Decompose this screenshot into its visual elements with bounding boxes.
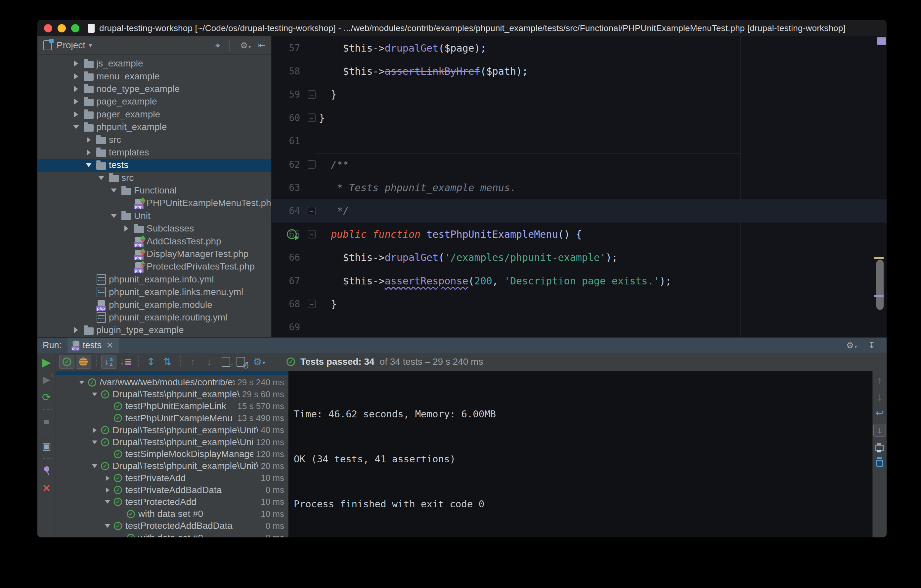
- test-tree-row[interactable]: ✓Drupal\Tests\phpunit_example\Unit\Displ…: [56, 436, 288, 448]
- rerun-tests-button[interactable]: ▶: [39, 356, 54, 369]
- gear-icon[interactable]: ⚙▾: [240, 41, 251, 50]
- run-test-gutter-icon[interactable]: [287, 229, 297, 239]
- project-tree-row[interactable]: node_type_example: [37, 83, 271, 95]
- test-history-button[interactable]: ◷▾: [235, 355, 250, 369]
- fold-marker-icon[interactable]: −: [308, 90, 316, 99]
- project-tree-row[interactable]: Subclasses: [37, 222, 271, 235]
- chevron-expanded-icon[interactable]: [96, 176, 107, 180]
- previous-failed-test-button[interactable]: ↑: [185, 355, 200, 369]
- project-tree-row[interactable]: Unit: [37, 210, 271, 222]
- stop-button[interactable]: ■: [39, 415, 54, 428]
- editor-line[interactable]: 58 $this->assertLinkByHref($path);: [272, 60, 887, 83]
- project-tree-row[interactable]: page_example: [37, 95, 271, 108]
- hide-run-panel-icon[interactable]: ↧: [868, 341, 875, 349]
- chevron-collapsed-icon[interactable]: [103, 487, 112, 493]
- project-tree-row[interactable]: PHPUnitExampleMenuTest.php: [37, 197, 271, 210]
- info-stripe-mark[interactable]: [874, 295, 884, 297]
- chevron-expanded-icon[interactable]: [70, 125, 82, 129]
- soft-wrap-button[interactable]: ↩: [875, 408, 884, 418]
- editor-line[interactable]: 68− }: [272, 292, 887, 315]
- project-tree-row[interactable]: phpunit_example.module: [37, 298, 271, 311]
- test-tree-row[interactable]: ✓testPrivateAddBadData0 ms: [56, 484, 288, 496]
- fold-marker-icon[interactable]: −: [308, 300, 316, 308]
- chevron-expanded-icon[interactable]: [108, 214, 119, 218]
- editor-line[interactable]: 69: [272, 316, 887, 337]
- show-ignored-toggle[interactable]: [76, 355, 91, 369]
- test-tree-row[interactable]: ✓testProtectedAdd10 ms: [56, 496, 288, 508]
- rerun-failed-button[interactable]: ▶!: [39, 373, 54, 386]
- scroll-up-button[interactable]: ↑: [877, 375, 882, 386]
- project-tree-row[interactable]: AddClassTest.php: [37, 235, 271, 247]
- import-test-results-button[interactable]: ↑: [218, 355, 234, 369]
- editor-line[interactable]: 61: [272, 130, 887, 153]
- chevron-collapsed-icon[interactable]: [70, 99, 82, 104]
- chevron-collapsed-icon[interactable]: [103, 476, 112, 481]
- project-tree-row[interactable]: src: [37, 172, 271, 184]
- chevron-collapsed-icon[interactable]: [70, 112, 82, 117]
- locate-file-icon[interactable]: ⌖: [215, 41, 220, 50]
- test-tree-row[interactable]: ✓Drupal\Tests\phpunit_example\Functional…: [56, 388, 288, 400]
- run-tab-tests[interactable]: ✓ tests ✕: [67, 338, 119, 353]
- inspection-status-square[interactable]: [877, 37, 886, 45]
- editor-line[interactable]: 67 $this->assertResponse(200, 'Descripti…: [272, 269, 887, 292]
- fold-marker-icon[interactable]: −: [308, 230, 316, 239]
- sort-alphabetically-toggle[interactable]: ↓az: [101, 355, 116, 369]
- test-tree-row[interactable]: ✓testProtectedAddBadData0 ms: [56, 520, 288, 532]
- chevron-collapsed-icon[interactable]: [70, 60, 82, 67]
- collapse-all-button[interactable]: ⇅: [160, 355, 175, 369]
- project-tree-row[interactable]: tests: [37, 159, 271, 171]
- expand-all-button[interactable]: ⇕: [143, 355, 158, 369]
- test-tree-row[interactable]: ✓/var/www/web/modules/contrib/examples29…: [56, 376, 288, 388]
- chevron-expanded-icon[interactable]: [89, 464, 99, 468]
- chevron-collapsed-icon[interactable]: [89, 427, 99, 433]
- chevron-expanded-icon[interactable]: [89, 440, 99, 444]
- test-tree-row[interactable]: ✓Drupal\Tests\phpunit_example\Unit\Prote…: [56, 460, 288, 472]
- project-tree-row[interactable]: templates: [37, 146, 271, 159]
- test-tree-row[interactable]: ✓testPhpUnitExampleMenu13 s 490 ms: [56, 413, 288, 424]
- project-tree-row[interactable]: pager_example: [37, 108, 271, 121]
- editor-line[interactable]: 64− */: [272, 200, 887, 223]
- fold-marker-icon[interactable]: −: [308, 114, 316, 122]
- editor-line[interactable]: 59− }: [272, 83, 887, 106]
- selected-row-partial[interactable]: [56, 371, 288, 375]
- project-tree-row[interactable]: plugin_type_example: [37, 324, 271, 336]
- chevron-collapsed-icon[interactable]: [83, 149, 94, 156]
- fold-marker-icon[interactable]: −: [308, 160, 316, 169]
- pin-tab-button[interactable]: [39, 464, 54, 477]
- scroll-down-button[interactable]: ↓: [877, 391, 882, 402]
- print-button[interactable]: [875, 442, 884, 451]
- test-tree-row[interactable]: ✓testPrivateAdd10 ms: [56, 472, 288, 484]
- chevron-collapsed-icon[interactable]: [70, 327, 82, 333]
- test-tree-row[interactable]: ✓Drupal\Tests\phpunit_example\Unit\AddCl…: [56, 424, 288, 436]
- project-tree-row[interactable]: phpunit_example.links.menu.yml: [37, 286, 271, 298]
- editor-line[interactable]: 66 $this->drupalGet('/examples/phpunit-e…: [272, 246, 887, 269]
- scroll-to-end-button[interactable]: ↓: [873, 424, 886, 437]
- editor-line[interactable]: 63 * Tests phpunit_example menus.: [272, 176, 887, 199]
- editor-line[interactable]: 60−}: [272, 106, 887, 129]
- project-tree-row[interactable]: js_example: [37, 57, 271, 70]
- chevron-down-icon[interactable]: ▾: [89, 41, 92, 49]
- chevron-collapsed-icon[interactable]: [83, 137, 94, 143]
- code-editor[interactable]: 57 $this->drupalGet($page);58 $this->ass…: [272, 36, 887, 337]
- zoom-window-button[interactable]: [71, 24, 80, 32]
- editor-line[interactable]: 62− /**: [272, 153, 887, 176]
- sort-by-duration-button[interactable]: ↓: [118, 355, 133, 369]
- show-passed-toggle[interactable]: ✓: [59, 355, 75, 369]
- chevron-expanded-icon[interactable]: [77, 381, 87, 384]
- project-tree-row[interactable]: src: [37, 133, 271, 146]
- project-tree-row[interactable]: phpunit_example.routing.yml: [37, 311, 271, 324]
- project-tree-row[interactable]: phpunit_example.info.yml: [37, 273, 271, 286]
- test-tree-row[interactable]: ✓with data set #010 ms: [56, 508, 288, 520]
- test-settings-button[interactable]: ⚙▾: [251, 355, 267, 369]
- chevron-expanded-icon[interactable]: [83, 163, 94, 167]
- editor-line[interactable]: 57 $this->drupalGet($page);: [272, 36, 887, 60]
- next-failed-test-button[interactable]: ↓: [202, 355, 217, 369]
- test-tree-row[interactable]: ✓testSimpleMockDisplayManager120 ms: [56, 448, 288, 460]
- editor-line[interactable]: 65− public function testPhpUnitExampleMe…: [272, 223, 887, 246]
- restore-layout-button[interactable]: ▣: [39, 440, 54, 453]
- project-tree-row[interactable]: menu_example: [37, 70, 271, 82]
- editor-scrollbar-thumb[interactable]: [876, 260, 884, 310]
- chevron-expanded-icon[interactable]: [103, 500, 112, 504]
- project-tree-row[interactable]: ProtectedPrivatesTest.php: [37, 260, 271, 273]
- run-settings-gear-icon[interactable]: ⚙▾: [846, 341, 857, 349]
